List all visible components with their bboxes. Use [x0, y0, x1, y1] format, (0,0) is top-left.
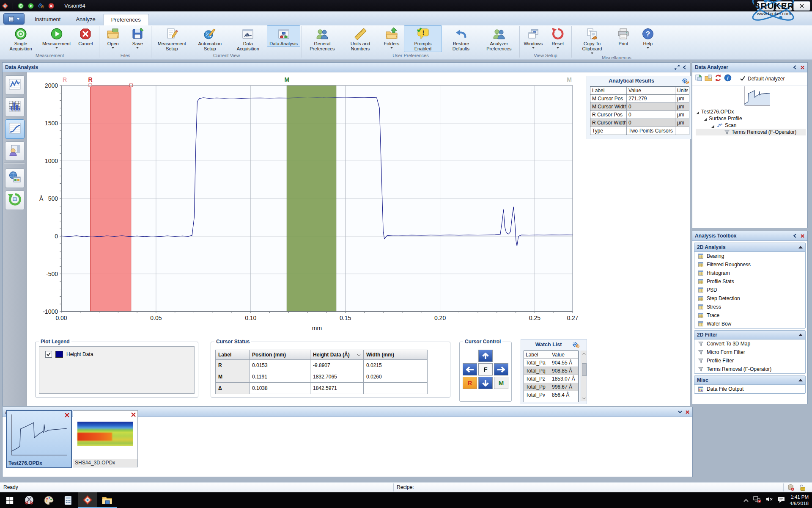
toolbox-item-micro-form-filter[interactable]: Micro Form Filter — [694, 348, 805, 356]
section-header-2d-filter[interactable]: 2D Filter — [694, 331, 805, 340]
cursor-r-button[interactable]: R — [463, 377, 477, 389]
tray-chat-icon[interactable] — [778, 496, 785, 505]
toolbox-item-trace[interactable]: Trace — [694, 311, 805, 320]
scrollbar-thumb[interactable] — [582, 363, 587, 376]
collapse-arrow-icon[interactable] — [798, 244, 803, 250]
tab-analyze[interactable]: Analyze — [68, 14, 103, 25]
column-header-value[interactable]: Value — [550, 351, 577, 359]
tree-item-test276-opdx[interactable]: Test276.OPDx — [696, 108, 806, 115]
gallery-item-test276-opdx[interactable]: Test276.OPDx — [6, 410, 72, 468]
cursor-value-cell[interactable]: 1832.7065 — [310, 371, 364, 382]
scroll-down-icon[interactable] — [581, 395, 587, 401]
cursor-m-button[interactable]: M — [494, 377, 508, 389]
cursor-right-button[interactable] — [494, 363, 508, 375]
collapse-arrow-icon[interactable] — [798, 332, 803, 338]
ribbon-data-acquisition-button[interactable]: Data Acquisition — [229, 25, 267, 52]
analytical-results-settings-icon[interactable] — [682, 77, 689, 87]
info-icon[interactable]: i — [724, 74, 732, 83]
cursor-value-cell[interactable]: 1842.5971 — [310, 383, 364, 394]
section-header-2d-analysis[interactable]: 2D Analysis — [694, 243, 805, 252]
ribbon-save-button[interactable]: Save — [125, 25, 150, 49]
cursor-value-cell[interactable]: 0.1038 — [250, 383, 310, 394]
cursor-f-button[interactable]: F — [478, 363, 493, 375]
cursor-value-cell[interactable]: -9.8907 — [310, 360, 364, 371]
ribbon-measurement-setup-button[interactable]: Measurement Setup — [153, 25, 191, 52]
cursor-up-button[interactable] — [478, 350, 493, 362]
toolbox-item-bearing[interactable]: Bearing — [694, 252, 805, 260]
tree-expander-icon[interactable] — [711, 124, 715, 127]
open-analyzer-icon[interactable] — [705, 74, 712, 83]
clock[interactable]: 1:41 PM 4/6/2018 — [790, 494, 809, 507]
application-menu-button[interactable] — [3, 13, 25, 25]
single-acquisition-icon[interactable] — [17, 2, 25, 10]
ribbon-folders-button[interactable]: Folders — [379, 25, 404, 49]
run-measurement-icon[interactable] — [27, 2, 35, 10]
column-header-value[interactable]: Value — [627, 87, 675, 94]
toolbox-item-wafer-bow[interactable]: Wafer Bow — [694, 320, 805, 328]
taskbar-paint-button[interactable] — [39, 492, 58, 508]
ribbon-help-button[interactable]: ?Help — [636, 25, 660, 49]
ribbon-restore-defaults-button[interactable]: Restore Defaults — [442, 25, 480, 52]
watch-list-settings-icon[interactable] — [572, 341, 580, 351]
ribbon-copy-to-clipboard-button[interactable]: Copy To Clipboard — [573, 25, 611, 55]
web-export-button[interactable] — [5, 168, 25, 188]
ribbon-windows-button[interactable]: Windows — [521, 25, 546, 49]
column-header-height-data[interactable]: Height Data (Å) — [310, 350, 364, 359]
expand-panel-icon[interactable] — [675, 65, 680, 70]
cursor-left-button[interactable] — [463, 363, 477, 375]
collapse-panel-icon[interactable] — [793, 233, 798, 238]
cursor-value-cell[interactable]: 0.0260 — [364, 371, 424, 382]
close-panel-icon[interactable] — [800, 234, 805, 238]
cursor-value-cell[interactable]: 0.0153 — [250, 360, 310, 371]
cursor-value-cell[interactable]: 0.1191 — [250, 371, 310, 382]
settings-gears-icon[interactable] — [37, 2, 45, 10]
refresh-red-icon[interactable] — [714, 74, 722, 83]
column-header-label[interactable]: Label — [590, 87, 627, 94]
ribbon-analyzer-preferences-button[interactable]: Analyzer Preferences — [480, 25, 518, 52]
user-layout-view-button[interactable] — [5, 141, 25, 161]
export-analyzer-icon[interactable] — [695, 74, 702, 83]
cursor-value-cell[interactable]: 0.0215 — [364, 360, 424, 371]
tree-item-terms-removal-f-operator[interactable]: Terms Removal (F-Operator) — [696, 129, 806, 135]
line-plot-view-button[interactable] — [5, 75, 25, 95]
tray-network-icon[interactable] — [753, 496, 762, 505]
tab-instrument[interactable]: Instrument — [27, 14, 68, 25]
cursor-down-button[interactable] — [478, 377, 493, 389]
gallery-item-shs-4-3d-opdx[interactable]: SHS#4_3D.OPDx — [73, 410, 138, 467]
refresh-view-button[interactable] — [5, 190, 25, 210]
column-header-units[interactable]: Units — [675, 87, 688, 94]
toolbox-item-psd[interactable]: PSD — [694, 286, 805, 294]
tray-chevron-icon[interactable] — [743, 497, 749, 504]
r-cursor-band[interactable] — [91, 86, 131, 312]
toolbox-item-data-file-output[interactable]: Data File Output — [694, 385, 805, 393]
chevron-down-icon[interactable] — [357, 352, 361, 358]
toolbox-item-filtered-roughness[interactable]: Filtered Roughness — [694, 260, 805, 269]
toolbox-item-terms-removal-f-operator[interactable]: Terms Removal (F-Operator) — [694, 365, 805, 373]
collapse-panel-icon[interactable] — [793, 65, 798, 70]
toolbox-item-convert-to-3d-map[interactable]: Convert To 3D Map — [694, 340, 805, 348]
tree-item-surface-profile[interactable]: Surface Profile — [696, 115, 806, 122]
section-header-misc[interactable]: Misc — [694, 376, 805, 385]
taskbar-calculator-button[interactable] — [58, 492, 78, 508]
taskbar-snipping-tool-button[interactable] — [19, 492, 39, 508]
default-analyzer-check[interactable] — [740, 75, 746, 83]
taskbar-vision64-button[interactable] — [78, 492, 97, 508]
ribbon-data-analysis-button[interactable]: Data Analysis — [267, 25, 300, 47]
histogram-view-button[interactable] — [5, 97, 25, 117]
toolbox-item-stress[interactable]: Stress — [694, 303, 805, 311]
ribbon-print-button[interactable]: Print — [611, 25, 636, 47]
collapse-panel-icon[interactable] — [682, 65, 687, 70]
ribbon-open-button[interactable]: Open — [101, 25, 125, 49]
ribbon-cancel-button[interactable]: Cancel — [73, 25, 98, 47]
ribbon-single-acquisition-button[interactable]: Single Acquisition — [2, 25, 40, 52]
ribbon-units-and-numbers-button[interactable]: Units and Numbers — [341, 25, 379, 52]
collapse-arrow-icon[interactable] — [798, 377, 803, 383]
toolbox-item-histogram[interactable]: Histogram — [694, 269, 805, 277]
m-cursor-band[interactable] — [287, 86, 336, 312]
tree-item-scan[interactable]: Scan — [696, 122, 806, 129]
chevron-down-icon[interactable] — [678, 409, 683, 414]
scroll-up-icon[interactable] — [581, 351, 587, 356]
close-panel-icon[interactable] — [800, 65, 805, 70]
column-header-label[interactable]: Label — [524, 351, 550, 359]
tree-expander-icon[interactable] — [703, 117, 707, 121]
